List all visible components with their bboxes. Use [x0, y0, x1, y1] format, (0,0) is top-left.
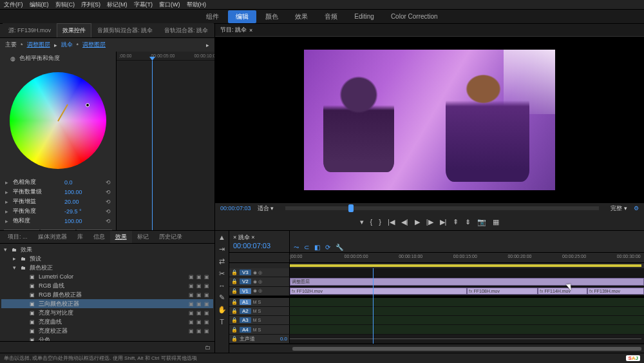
- tab-track-mixer[interactable]: 音轨混合器: 跳伞: [158, 23, 214, 37]
- track-header[interactable]: 🔒A4M S: [229, 325, 290, 333]
- mark-in-button[interactable]: {: [370, 218, 373, 226]
- track-toggles[interactable]: M S: [253, 300, 261, 304]
- effect-item[interactable]: ▣亮度校正器▣▣▣: [1, 326, 213, 335]
- track-target[interactable]: V3: [240, 270, 251, 275]
- safe-margins-button[interactable]: ▦: [493, 218, 499, 226]
- tab-source[interactable]: 源: FF139H.mov: [3, 23, 57, 37]
- track-header[interactable]: 🔒V3◉ ◎: [229, 268, 290, 277]
- tab-clip-mixer[interactable]: 音频剪辑混合器: 跳伞: [91, 23, 158, 37]
- track-target[interactable]: A3: [240, 317, 251, 323]
- tab-info[interactable]: 信息: [88, 231, 110, 243]
- resolution-dropdown[interactable]: 完整 ▾: [611, 204, 627, 213]
- workspace-audio[interactable]: 音频: [317, 10, 345, 23]
- twirl-icon[interactable]: ▸: [5, 218, 13, 224]
- add-marker-icon[interactable]: ▾: [360, 218, 364, 226]
- folder-item[interactable]: ▾🖿效果: [1, 245, 213, 254]
- clip[interactable]: fxFF139H.mov: [587, 288, 644, 295]
- track-lane[interactable]: [290, 307, 644, 315]
- hue-color-wheel[interactable]: [10, 72, 106, 169]
- tab-project[interactable]: 项目: ...: [3, 231, 33, 243]
- effect-item[interactable]: ▣亮度曲线▣▣▣: [1, 317, 213, 326]
- menu-title[interactable]: 字幕(T): [134, 1, 153, 9]
- track-toggles[interactable]: ◉ ◎: [253, 279, 262, 284]
- auto-black-button[interactable]: 自动黑色阶: [4, 230, 39, 230]
- reset-icon[interactable]: ⟲: [106, 218, 111, 224]
- export-frame-button[interactable]: 📷: [477, 218, 486, 226]
- play-button[interactable]: ▶: [415, 218, 420, 226]
- hand-tool-icon[interactable]: ✋: [218, 306, 227, 314]
- menu-sequence[interactable]: 序列(S): [81, 1, 100, 9]
- linked-sel-icon[interactable]: ⊂: [304, 244, 309, 251]
- menu-clip[interactable]: 剪辑(C): [55, 1, 75, 9]
- clip[interactable]: fxFF114H.mov: [538, 288, 587, 295]
- go-in-button[interactable]: |◀: [388, 218, 395, 226]
- step-back-button[interactable]: ◀|: [401, 218, 408, 226]
- auto-contrast-button[interactable]: 自动对比度: [41, 230, 76, 230]
- workspace-effects[interactable]: 效果: [287, 10, 316, 23]
- track-toggles[interactable]: M S: [253, 318, 261, 322]
- effect-item[interactable]: ▣Lumetri Color▣▣▣: [1, 272, 213, 281]
- tab-effect-controls[interactable]: 效果控件: [57, 23, 91, 37]
- param-hue-value[interactable]: 0.0: [64, 179, 97, 186]
- track-select-tool-icon[interactable]: ⇥: [219, 245, 225, 253]
- clip[interactable]: 调整图层: [290, 278, 644, 285]
- menu-help[interactable]: 帮助(H): [187, 1, 207, 9]
- workspace-color[interactable]: 颜色: [258, 10, 286, 23]
- twirl-icon[interactable]: ▸: [5, 199, 13, 205]
- workspace-editing[interactable]: Editing: [346, 11, 382, 22]
- ec-breadcrumb-3[interactable]: 调整图层: [82, 41, 106, 49]
- tab-history[interactable]: 历史记录: [154, 231, 187, 243]
- master-track-header[interactable]: 🔒主声道0.0: [229, 335, 290, 343]
- ec-keyframe-area[interactable]: ;00:0000:00:05:0000:00:10:00: [116, 52, 214, 230]
- type-tool-icon[interactable]: T: [220, 318, 224, 326]
- ec-breadcrumb-2[interactable]: 跳伞: [61, 41, 73, 49]
- program-scrub-bar[interactable]: [285, 206, 599, 210]
- step-fwd-button[interactable]: |▶: [426, 218, 433, 226]
- ec-play-icon[interactable]: ▸: [206, 42, 209, 48]
- master-track-lane[interactable]: [290, 335, 644, 343]
- menu-marker[interactable]: 标记(M): [107, 1, 128, 9]
- clip[interactable]: fxFF102H.mov: [290, 288, 467, 295]
- folder-item[interactable]: ▾🖿颜色校正: [1, 263, 213, 272]
- reset-icon[interactable]: ⟲: [106, 199, 111, 205]
- tab-libraries[interactable]: 库: [72, 231, 88, 243]
- param-bal-gain-value[interactable]: 20.00: [64, 199, 97, 205]
- reset-icon[interactable]: ⟲: [106, 208, 111, 215]
- extract-button[interactable]: ⇟: [465, 218, 471, 226]
- menu-window[interactable]: 窗口(W): [159, 1, 180, 9]
- marker-icon[interactable]: ◧: [314, 244, 320, 251]
- lock-icon[interactable]: 🔒: [231, 270, 238, 275]
- playhead[interactable]: [373, 268, 374, 344]
- go-out-button[interactable]: ▶|: [440, 218, 447, 226]
- clip[interactable]: fxFF108H.mov: [467, 288, 538, 295]
- twirl-icon[interactable]: ▸: [13, 255, 21, 262]
- timeline-ruler[interactable]: |00:0000:00:05:0000:00:10:0000:00:15:000…: [290, 253, 644, 262]
- twirl-icon[interactable]: ▸: [5, 179, 13, 186]
- track-header[interactable]: 🔒A2M S: [229, 307, 290, 315]
- effect-item[interactable]: ▣三向颜色校正器▣▣▣: [1, 299, 213, 308]
- settings-icon[interactable]: ⚙: [634, 205, 639, 211]
- timeline-timecode[interactable]: 00:00:07:03: [233, 242, 285, 250]
- track-lane[interactable]: fxFF102H.movfxFF108H.movfxFF114H.movfxFF…: [290, 287, 644, 295]
- lock-icon[interactable]: 🔒: [231, 288, 238, 294]
- effect-item[interactable]: ▣分色: [1, 335, 213, 341]
- reset-icon[interactable]: ⟲: [106, 179, 111, 186]
- tab-media-browser[interactable]: 媒体浏览器: [33, 231, 72, 243]
- wrench-icon[interactable]: 🔧: [336, 244, 343, 251]
- settings-icon[interactable]: ⟳: [325, 244, 330, 251]
- lock-icon[interactable]: 🔒: [231, 317, 238, 323]
- ec-breadcrumb-1[interactable]: 调整图层: [27, 41, 50, 49]
- track-toggles[interactable]: M S: [253, 309, 261, 313]
- track-lane[interactable]: [290, 298, 644, 306]
- work-area-bar[interactable]: [290, 263, 644, 268]
- workspace-assembly[interactable]: 组件: [198, 10, 227, 23]
- workspace-editing-cn[interactable]: 编辑: [228, 10, 256, 23]
- param-bal-mag-value[interactable]: 100.00: [64, 189, 97, 195]
- track-toggles[interactable]: M S: [253, 328, 261, 332]
- folder-item[interactable]: ▸🖿预设: [1, 254, 213, 263]
- param-bal-angle-value[interactable]: -29.5 °: [64, 208, 97, 215]
- tab-markers[interactable]: 标记: [132, 231, 154, 243]
- menu-edit[interactable]: 编辑(E): [30, 1, 49, 9]
- twirl-icon[interactable]: ▾: [13, 264, 21, 271]
- track-target[interactable]: A1: [240, 299, 251, 305]
